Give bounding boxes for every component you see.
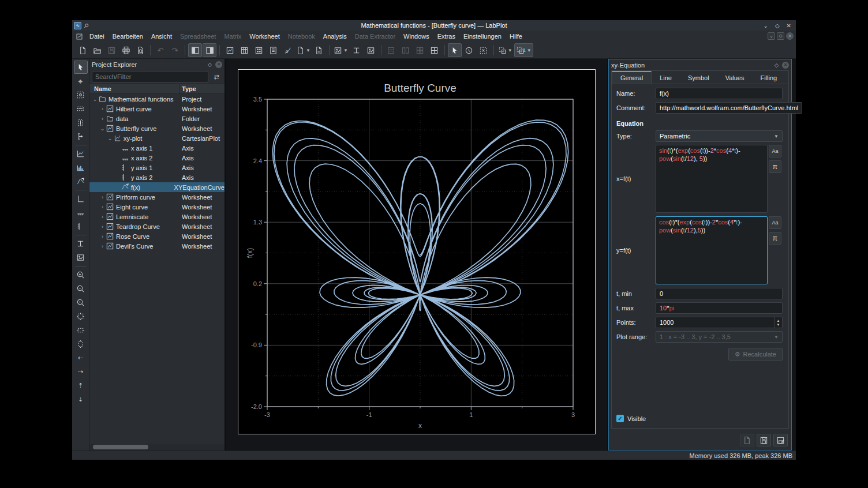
tree-row[interactable]: f(x)XYEquationCurve: [89, 182, 225, 192]
scrollbar-handle[interactable]: [93, 445, 148, 449]
presenter-mode-button[interactable]: [462, 43, 476, 57]
tree-row[interactable]: y axis 2Axis: [89, 172, 225, 182]
add-xy-curve-button[interactable]: [74, 147, 88, 160]
points-spinbox[interactable]: 1000: [656, 317, 783, 328]
add-equation-curve-button[interactable]: [74, 175, 88, 188]
expander-icon[interactable]: ⌄: [99, 126, 106, 132]
tree-row[interactable]: ⌄Butterfly curveWorksheet: [89, 123, 225, 133]
save-default-button[interactable]: [773, 434, 788, 446]
add-histogram-button[interactable]: [74, 161, 88, 174]
print-button[interactable]: [119, 43, 133, 57]
manage-layout-button[interactable]: [428, 43, 442, 57]
add-axis-button[interactable]: [74, 192, 88, 205]
zoom-y-select-mode-button[interactable]: [74, 116, 88, 129]
add-x-axis-button[interactable]: [74, 206, 88, 219]
tree-row[interactable]: x axis 2Axis: [89, 153, 225, 163]
load-template-button[interactable]: [740, 434, 754, 446]
tab-values[interactable]: Values: [717, 71, 753, 84]
tree-row[interactable]: y axis 1Axis: [89, 163, 225, 172]
column-header-type[interactable]: Type: [179, 84, 225, 93]
tab-general[interactable]: General: [612, 71, 652, 84]
select-mode-button[interactable]: [74, 61, 88, 74]
crosshair-mode-button[interactable]: ⌖: [74, 74, 88, 88]
menu-worksheet[interactable]: Worksheet: [245, 32, 283, 41]
export-worksheet-button[interactable]: ▼: [332, 43, 349, 57]
shift-right-x-button[interactable]: ⇢: [74, 365, 88, 378]
tab-filling[interactable]: Filling: [752, 71, 785, 84]
expander-icon[interactable]: ›: [99, 234, 106, 239]
tmin-input[interactable]: 0: [656, 288, 783, 299]
tree-row[interactable]: ›Rose CurveWorksheet: [89, 231, 225, 241]
tree-row[interactable]: ›Devil's CurveWorksheet: [89, 241, 225, 251]
x-equation-input[interactable]: sin(t)*(exp(cos(t))-2*cos(4*t)-pow(sin(t…: [656, 145, 768, 213]
insert-constant-button[interactable]: π: [769, 232, 781, 245]
close-dock-icon[interactable]: ✕: [782, 62, 789, 69]
new-matrix-button[interactable]: [252, 43, 265, 57]
menu-extras[interactable]: Extras: [433, 32, 459, 41]
tree-row[interactable]: ›LemniscateWorksheet: [89, 212, 225, 222]
new-spreadsheet-button[interactable]: [237, 43, 251, 57]
vertical-layout-button[interactable]: [350, 43, 364, 57]
magnification-button[interactable]: ▼: [497, 43, 514, 57]
zoom-x-select-mode-button[interactable]: [74, 102, 88, 115]
mdi-minimize-button[interactable]: ⌄: [768, 32, 775, 40]
shift-left-x-button[interactable]: ⇠: [74, 351, 88, 365]
tree-row[interactable]: ›Piriform curveWorksheet: [89, 192, 225, 202]
tree-row[interactable]: ⌄xy-plotCartesianPlot: [89, 133, 225, 143]
visible-checkbox[interactable]: ✓: [616, 415, 624, 422]
tree-row[interactable]: ›Teardrop CurveWorksheet: [89, 222, 225, 231]
expander-icon[interactable]: ⌄: [107, 136, 113, 141]
toggle-properties-explorer-button[interactable]: [203, 43, 216, 57]
float-dock-icon[interactable]: ◇: [775, 62, 779, 68]
add-text-label-button[interactable]: [74, 237, 88, 250]
expander-icon[interactable]: ›: [99, 204, 106, 210]
column-header-name[interactable]: Name: [89, 84, 179, 93]
type-select[interactable]: Parametric▼: [656, 130, 783, 142]
minimize-button[interactable]: ⌄: [764, 22, 768, 29]
mdi-restore-button[interactable]: ◇: [777, 32, 784, 40]
new-workbook-button[interactable]: [266, 43, 280, 57]
menu-analysis[interactable]: Analysis: [319, 32, 351, 41]
y-equation-input[interactable]: cos(t)*(exp(cos(t))-2*cos(4*t)-pow(sin(t…: [656, 216, 768, 284]
edit-image-button[interactable]: [364, 43, 378, 57]
new-folder-document-button[interactable]: [312, 43, 326, 57]
name-input[interactable]: f(x): [656, 88, 783, 99]
new-script-button[interactable]: ▼: [295, 43, 312, 57]
tree-row[interactable]: ›Hilbert curveWorksheet: [89, 104, 225, 114]
menu-windows[interactable]: Windows: [399, 32, 433, 41]
cursor-line-mode-button[interactable]: [74, 130, 88, 143]
maximize-button[interactable]: ◇: [775, 22, 780, 29]
expander-icon[interactable]: ›: [99, 194, 106, 200]
search-input[interactable]: Search/Filter: [92, 71, 208, 82]
zoom-level-button[interactable]: 1▼: [514, 43, 533, 57]
expander-icon[interactable]: ›: [99, 106, 106, 112]
spinbox-arrows[interactable]: ▲▼: [774, 317, 782, 328]
print-preview-button[interactable]: [133, 43, 147, 57]
tmax-input[interactable]: 10*pi: [656, 302, 783, 314]
zoom-original-button[interactable]: [74, 296, 88, 309]
menu-bearbeiten[interactable]: Bearbeiten: [108, 32, 147, 41]
menu-hilfe[interactable]: Hilfe: [506, 32, 526, 41]
add-y-axis-button[interactable]: [74, 220, 88, 233]
zoom-select-mode-button[interactable]: [477, 43, 491, 57]
shift-up-y-button[interactable]: ⇡: [74, 379, 88, 392]
close-button[interactable]: ✕: [787, 22, 791, 29]
menu-ansicht[interactable]: Ansicht: [147, 32, 176, 41]
zoom-select-mode-button[interactable]: [74, 88, 88, 102]
menu-datei[interactable]: Datei: [85, 32, 108, 41]
tab-line[interactable]: Line: [652, 71, 680, 84]
tree-row[interactable]: ›Eight curveWorksheet: [89, 202, 225, 212]
auto-scale-y-button[interactable]: [74, 337, 88, 351]
expander-icon[interactable]: ⌄: [92, 96, 98, 102]
menu-einstellungen[interactable]: Einstellungen: [459, 32, 506, 41]
expander-icon[interactable]: ›: [99, 116, 106, 122]
auto-scale-button[interactable]: [74, 310, 88, 323]
shift-down-y-button[interactable]: ⇣: [74, 393, 88, 406]
save-template-button[interactable]: [757, 434, 771, 446]
expander-icon[interactable]: ›: [99, 243, 106, 249]
horizontal-scrollbar[interactable]: [89, 444, 225, 451]
select-mode-button[interactable]: [448, 43, 462, 57]
filter-options-button[interactable]: ⇄: [211, 71, 222, 82]
comment-input[interactable]: http://mathworld.wolfram.com/ButterflyCu…: [656, 102, 802, 114]
zoom-in-button[interactable]: [74, 268, 88, 281]
